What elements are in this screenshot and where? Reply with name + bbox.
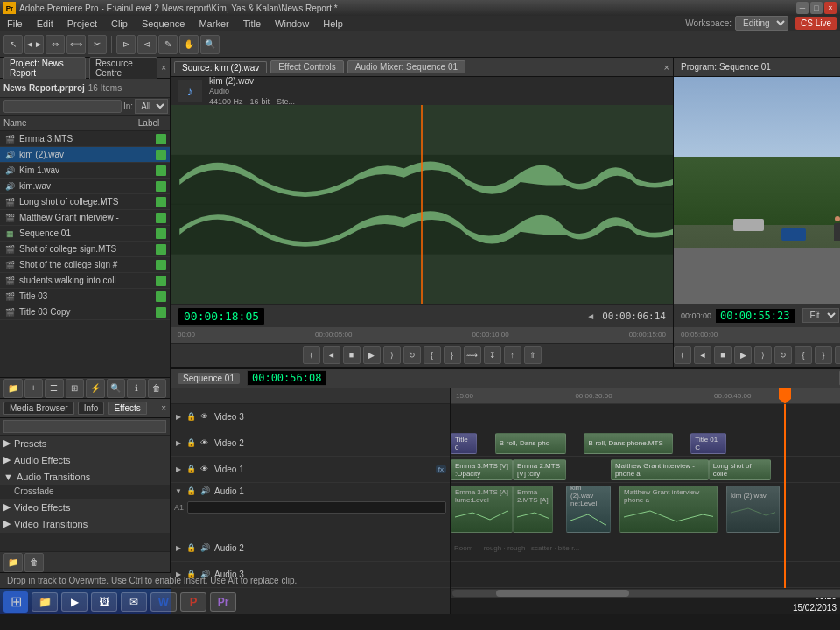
step-forward-button[interactable]: ⟩ [383, 346, 401, 364]
tab-effects[interactable]: Effects [108, 402, 146, 415]
toolbar-pen-tool[interactable]: ✎ [158, 35, 178, 54]
toolbar-slide-tool[interactable]: ⊲ [137, 35, 157, 54]
icon-view-button[interactable]: ⊞ [66, 379, 85, 398]
overwrite-button[interactable]: ↧ [484, 346, 501, 364]
project-panel-close[interactable]: × [161, 63, 166, 73]
prog-mark-out[interactable]: } [815, 346, 832, 364]
mark-in-button[interactable]: { [424, 346, 441, 364]
list-item[interactable]: 🎬 Shot of the college sign # [0, 257, 170, 273]
taskbar-premiere[interactable]: Pr [210, 592, 236, 612]
info-button[interactable]: ℹ [127, 379, 146, 398]
menu-project[interactable]: Project [64, 18, 101, 29]
prog-play-back[interactable]: ◄ [694, 346, 711, 364]
audio1-lock[interactable]: 🔒 [186, 486, 197, 495]
clip-broll1[interactable]: B-roll, Dans pho [495, 433, 566, 454]
audio2-lock[interactable]: 🔒 [186, 543, 197, 552]
video3-vis[interactable]: 👁 [200, 412, 211, 421]
program-timecode-display[interactable]: 00:00:55:23 [715, 308, 794, 324]
audio2-vis[interactable]: 🔊 [200, 543, 211, 552]
clip-title01[interactable]: Title 01 C [690, 433, 726, 454]
menu-file[interactable]: File [4, 18, 26, 29]
video-effects-header[interactable]: ▶ Video Effects [0, 500, 170, 515]
prog-play[interactable]: ▶ [734, 346, 752, 364]
tab-info[interactable]: Info [78, 402, 105, 415]
video1-lock[interactable]: 🔒 [186, 465, 197, 473]
tab-audio-mixer[interactable]: Audio Mixer: Sequence 01 [347, 60, 466, 74]
list-item[interactable]: 🔊 kim (2).wav [0, 147, 170, 163]
list-item[interactable]: 🎬 Matthew Grant interview - [0, 210, 170, 226]
prog-step-forward[interactable]: ⟩ [754, 346, 772, 364]
toolbar-hand-tool[interactable]: ✋ [179, 35, 199, 54]
media-panel-close[interactable]: × [161, 403, 166, 413]
video2-vis[interactable]: 👁 [200, 438, 211, 447]
taskbar-email[interactable]: ✉ [121, 592, 147, 612]
clip-broll2[interactable]: B-roll, Dans phone.MTS [584, 433, 673, 454]
play-forward-button[interactable]: ▶ [363, 346, 381, 364]
taskbar-explorer[interactable]: 📁 [32, 592, 58, 612]
toolbar-selection-tool[interactable]: ↖ [4, 35, 23, 54]
clip-emma2[interactable]: Emma 2.MTS [V] :cify [513, 459, 566, 480]
new-item-button[interactable]: + [24, 379, 44, 398]
list-item[interactable]: ▦ Sequence 01 [0, 226, 170, 242]
taskbar-gallery[interactable]: 🖼 [91, 592, 117, 612]
video3-lock[interactable]: 🔒 [186, 412, 197, 421]
list-item[interactable]: 🎬 Title 03 [0, 289, 170, 304]
taskbar-word[interactable]: W [150, 592, 177, 612]
taskbar-powerpoint[interactable]: P [180, 592, 206, 612]
timeline-timecode[interactable]: 00:00:56:08 [247, 370, 326, 386]
list-item[interactable]: 🔊 kim.wav [0, 178, 170, 194]
play-back-button[interactable]: ◄ [323, 346, 340, 364]
prog-mark-in[interactable]: { [794, 346, 812, 364]
new-custom-bin-button[interactable]: 📁 [4, 553, 23, 572]
minimize-button[interactable]: ─ [796, 2, 808, 14]
workspace-dropdown[interactable]: Editing [735, 16, 788, 31]
menu-sequence[interactable]: Sequence [138, 18, 189, 29]
new-bin-button[interactable]: 📁 [4, 379, 23, 398]
prog-lift[interactable]: ↑ [835, 346, 840, 364]
crossfade-item[interactable]: Crossfade [0, 485, 170, 499]
tab-source[interactable]: Source: kim (2).wav [174, 61, 267, 74]
prog-loop[interactable]: ↻ [774, 346, 792, 364]
clip-matthew[interactable]: Matthew Grant interview - phone a [611, 459, 709, 480]
close-button[interactable]: × [824, 2, 836, 14]
video2-expand[interactable]: ▶ [174, 438, 183, 447]
source-timecode-in[interactable]: 00:00:18:05 [178, 307, 265, 326]
tab-project[interactable]: Project: News Report [4, 57, 86, 80]
clip-emma3[interactable]: Emma 3.MTS [V] :Opacity [451, 459, 513, 480]
toolbar-zoom-tool[interactable]: 🔍 [200, 35, 220, 54]
tab-effect-controls[interactable]: Effect Controls [270, 60, 343, 74]
clip-audio-emma3[interactable]: Emma 3.MTS [A] lume:Level [451, 486, 513, 533]
menu-clip[interactable]: Clip [108, 18, 131, 29]
video1-expand[interactable]: ▶ [174, 465, 183, 473]
video-transitions-header[interactable]: ▶ Video Transitions [0, 516, 170, 532]
clip-audio-kim2[interactable]: kim (2).wav ne:Level [566, 486, 611, 533]
lift-button[interactable]: ↑ [504, 346, 522, 364]
list-item[interactable]: 🎬 Long shot of college.MTS [0, 194, 170, 210]
maximize-button[interactable]: □ [810, 2, 822, 14]
delete-button[interactable]: 🗑 [148, 379, 167, 398]
fit-dropdown[interactable]: Fit [802, 308, 839, 323]
source-panel-close[interactable]: × [664, 62, 669, 73]
toolbar-roll-tool[interactable]: ⇔ [46, 35, 65, 54]
find-button[interactable]: 🔍 [107, 379, 126, 398]
clip-title0[interactable]: Title 0 [451, 433, 477, 454]
menu-edit[interactable]: Edit [33, 18, 57, 29]
video2-lock[interactable]: 🔒 [186, 438, 197, 447]
toolbar-slip-tool[interactable]: ⊳ [116, 35, 136, 54]
menu-help[interactable]: Help [319, 18, 346, 29]
tab-resource-centre[interactable]: Resource Centre [89, 57, 158, 80]
menu-window[interactable]: Window [271, 18, 312, 29]
audio1-vis[interactable]: 🔊 [200, 486, 211, 495]
stop-button[interactable]: ■ [343, 346, 360, 364]
video3-expand[interactable]: ▶ [174, 412, 183, 421]
cs-live-button[interactable]: CS Live [795, 17, 836, 30]
list-item[interactable]: 🎬 students walking into coll [0, 273, 170, 289]
insert-button[interactable]: ⟿ [464, 346, 481, 364]
list-item[interactable]: 🔊 Kim 1.wav [0, 163, 170, 178]
clip-audio-kim-end[interactable]: kim (2).wav [726, 486, 780, 533]
audio-transitions-header[interactable]: ▼ Audio Transitions [0, 469, 170, 485]
delete-fx-button[interactable]: 🗑 [24, 553, 44, 572]
toolbar-razor-tool[interactable]: ✂ [88, 35, 107, 54]
step-back-button[interactable]: ⟨ [303, 346, 320, 364]
toolbar-rate-tool[interactable]: ⟺ [66, 35, 86, 54]
